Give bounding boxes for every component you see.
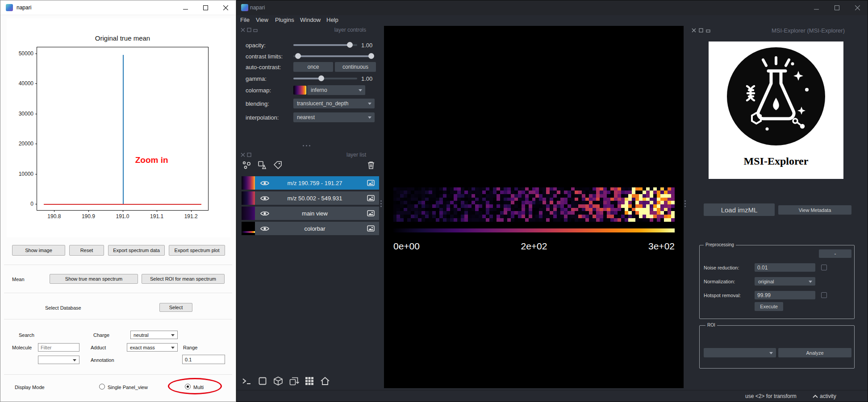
- layer-row-body[interactable]: m/z 190.759 - 191.27: [255, 176, 379, 190]
- contrast-limits-slider[interactable]: [293, 55, 373, 57]
- load-imzml-button[interactable]: Load imzML: [704, 203, 775, 216]
- menu-plugins[interactable]: Plugins: [275, 17, 294, 23]
- colormap-dropdown[interactable]: inferno: [307, 85, 365, 95]
- dock-splitter[interactable]: [684, 200, 686, 207]
- plot-title: Original true mean: [37, 34, 209, 42]
- single-panel-radio-label[interactable]: Single Panel_view: [108, 385, 148, 390]
- molecule-label: Molecule: [12, 345, 32, 350]
- maximize-button[interactable]: [196, 0, 216, 15]
- left-titlebar: napari: [0, 0, 236, 15]
- transpose-dimensions-button[interactable]: [287, 375, 300, 387]
- export-spectrum-data-button[interactable]: Export spectrum data: [108, 245, 165, 256]
- minus-button[interactable]: -: [819, 249, 851, 258]
- export-spectrum-plot-button[interactable]: Export spectrum plot: [169, 245, 225, 256]
- molecule-filter-input[interactable]: [38, 343, 79, 352]
- single-panel-radio[interactable]: [99, 384, 105, 390]
- noise-reduction-input[interactable]: [755, 263, 815, 272]
- home-reset-view-button[interactable]: [318, 375, 332, 387]
- chevron-down-icon: [359, 89, 362, 91]
- blending-dropdown[interactable]: translucent_no_depth: [293, 99, 375, 108]
- opacity-slider[interactable]: [293, 44, 357, 46]
- roi-dropdown[interactable]: [704, 348, 776, 357]
- layer-row-body[interactable]: colorbar: [255, 222, 379, 235]
- layer-visibility-eye-icon[interactable]: [260, 210, 269, 218]
- charge-label: Charge: [93, 332, 109, 338]
- interpolation-dropdown[interactable]: nearest: [293, 112, 375, 122]
- adduct-dropdown[interactable]: exact mass: [127, 343, 178, 352]
- execute-button[interactable]: Execute: [755, 302, 783, 311]
- separator: [4, 293, 232, 293]
- layer-row[interactable]: m/z 190.759 - 191.27: [242, 176, 379, 190]
- hide-panel-icon[interactable]: [706, 28, 710, 33]
- select-database-button[interactable]: Select: [159, 303, 192, 312]
- layer-thumbnail: [242, 191, 255, 205]
- contrast-low-handle[interactable]: [295, 53, 301, 59]
- layer-row[interactable]: colorbar: [242, 222, 379, 235]
- float-panel-icon[interactable]: [699, 28, 703, 33]
- layer-row[interactable]: main view: [242, 207, 379, 220]
- square-2d-icon: [258, 376, 267, 386]
- console-button[interactable]: [240, 375, 254, 387]
- roll-dimensions-button[interactable]: [271, 375, 285, 387]
- roi-analyze-button[interactable]: Analyze: [778, 348, 851, 357]
- menu-file[interactable]: File: [240, 17, 250, 23]
- layer-visibility-eye-icon[interactable]: [260, 180, 269, 188]
- select-database-label: Select Database: [45, 305, 81, 311]
- layer-visibility-eye-icon[interactable]: [260, 195, 269, 203]
- layer-row-body[interactable]: m/z 50.002 - 549.931: [255, 191, 379, 205]
- normalization-dropdown[interactable]: original: [755, 277, 815, 286]
- chevron-up-icon[interactable]: [813, 394, 818, 398]
- image-layer-icon: [367, 195, 375, 203]
- y-tick-mark: [35, 174, 37, 174]
- gamma-slider[interactable]: [293, 78, 357, 79]
- menu-help[interactable]: Help: [326, 17, 338, 23]
- charge-dropdown[interactable]: neutral: [130, 331, 178, 339]
- layer-row[interactable]: m/z 50.002 - 549.931: [242, 191, 379, 205]
- hotspot-removal-input[interactable]: [755, 291, 815, 299]
- hotspot-removal-checkbox[interactable]: [821, 292, 827, 298]
- contrast-high-handle[interactable]: [368, 53, 374, 59]
- maximize-button[interactable]: [827, 0, 847, 15]
- layer-row-body[interactable]: main view: [255, 207, 379, 220]
- image-layer-icon: [367, 225, 375, 233]
- opacity-slider-handle[interactable]: [347, 42, 353, 48]
- chevron-down-icon: [809, 281, 812, 283]
- display-mode-label: Display Mode: [15, 385, 45, 390]
- dock-splitter[interactable]: [380, 200, 382, 207]
- molecule-result-dropdown[interactable]: [38, 356, 79, 364]
- noise-reduction-checkbox[interactable]: [821, 265, 827, 270]
- view-metadata-button[interactable]: View Metadata: [778, 205, 851, 215]
- activity-toggle[interactable]: activity: [820, 393, 836, 399]
- float-panel-icon[interactable]: [247, 28, 251, 32]
- menu-window[interactable]: Window: [300, 17, 321, 23]
- grid-view-button[interactable]: [303, 375, 316, 387]
- cube-icon: [273, 376, 284, 386]
- ndisplay-toggle-button[interactable]: [256, 375, 269, 387]
- show-image-button[interactable]: Show image: [12, 245, 65, 256]
- panel-resize-handle[interactable]: [303, 145, 310, 146]
- auto-contrast-continuous-button[interactable]: continuous: [335, 62, 376, 72]
- reset-button[interactable]: Reset: [69, 245, 104, 256]
- close-button[interactable]: [216, 0, 236, 15]
- menu-view[interactable]: View: [256, 17, 268, 23]
- auto-contrast-once-button[interactable]: once: [293, 62, 333, 72]
- select-roi-mean-button[interactable]: Select ROI for mean spectrum: [142, 274, 225, 284]
- annotation-range-input[interactable]: [182, 355, 225, 364]
- minimize-button[interactable]: [175, 0, 196, 15]
- close-panel-icon[interactable]: [241, 28, 245, 32]
- msi-logo-text: MSI-Explorer: [709, 155, 843, 167]
- y-tick-label: 20000: [8, 141, 33, 147]
- close-panel-icon[interactable]: [692, 28, 696, 33]
- contrast-limits-label: contrast limits:: [246, 53, 283, 60]
- close-button[interactable]: [847, 0, 868, 15]
- show-true-mean-button[interactable]: Show true mean spectrum: [50, 274, 138, 284]
- layer-visibility-eye-icon[interactable]: [260, 225, 269, 233]
- viewer-canvas[interactable]: 0e+00 2e+02 3e+02: [384, 26, 684, 388]
- x-tick-mark: [157, 210, 157, 212]
- hide-panel-icon[interactable]: [253, 28, 258, 32]
- layer-thumbnail: [242, 176, 255, 190]
- gamma-slider-handle[interactable]: [318, 75, 324, 81]
- y-tick-mark: [35, 54, 37, 54]
- minimize-button[interactable]: [806, 0, 826, 15]
- layer-name: colorbar: [268, 225, 361, 232]
